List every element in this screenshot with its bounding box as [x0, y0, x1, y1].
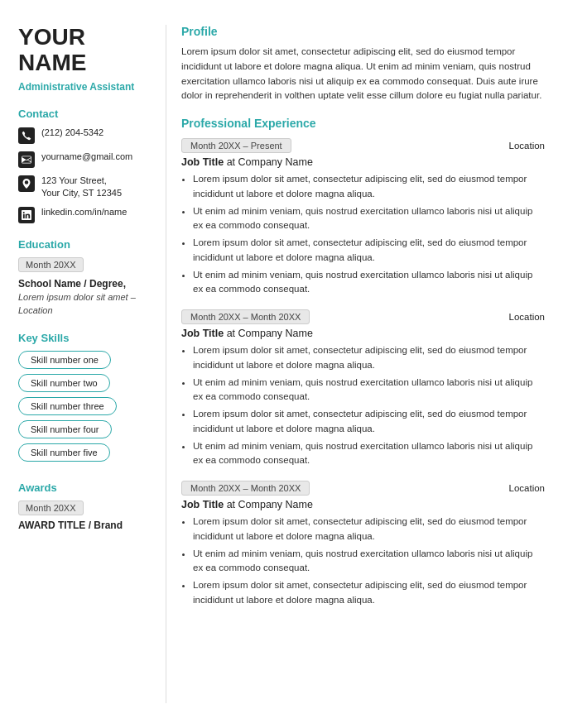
bullet: Ut enim ad minim veniam, quis nostrud ex…: [193, 376, 545, 405]
edu-date-badge: Month 20XX: [18, 257, 84, 272]
bullet: Lorem ipsum dolor sit amet, consectetur …: [193, 172, 545, 201]
exp-entry-3: Month 20XX – Month 20XX Location Job Tit…: [181, 481, 545, 607]
skill-4: Skill number four: [18, 420, 112, 438]
exp-date-row-2: Month 20XX – Month 20XX Location: [181, 309, 545, 324]
resume-page: YOUR NAME Administrative Assistant Conta…: [0, 0, 563, 728]
bullet: Lorem ipsum dolor sit amet, consectetur …: [193, 407, 545, 436]
bullet: Lorem ipsum dolor sit amet, consectetur …: [193, 578, 545, 607]
exp-date-1: Month 20XX – Present: [181, 138, 291, 153]
exp-date-3: Month 20XX – Month 20XX: [181, 481, 310, 496]
bullet: Ut enim ad minim veniam, quis nostrud ex…: [193, 204, 545, 233]
exp-entry-1: Month 20XX – Present Location Job Title …: [181, 138, 545, 296]
awards-heading: Awards: [18, 481, 151, 494]
profile-text: Lorem ipsum dolor sit amet, consectetur …: [181, 45, 545, 103]
address-text: 123 Your Street, Your City, ST 12345: [41, 175, 122, 200]
contact-heading: Contact: [18, 108, 151, 120]
award-date-badge: Month 20XX: [18, 500, 84, 515]
profile-heading: Profile: [181, 25, 545, 38]
exp-job-title-2: Job Title at Company Name: [181, 328, 545, 339]
exp-job-title-1: Job Title at Company Name: [181, 156, 545, 168]
skill-5: Skill number five: [18, 443, 110, 462]
job-title: Administrative Assistant: [18, 81, 151, 93]
bullet: Ut enim ad minim veniam, quis nostrud ex…: [193, 439, 545, 468]
bullet: Ut enim ad minim veniam, quis nostrud ex…: [193, 547, 545, 576]
first-name: YOUR: [18, 25, 151, 50]
email-icon: [18, 151, 35, 168]
bullet: Ut enim ad minim veniam, quis nostrud ex…: [193, 268, 545, 297]
contact-address: 123 Your Street, Your City, ST 12345: [18, 175, 151, 200]
skill-2: Skill number two: [18, 374, 110, 392]
phone-text: (212) 204-5342: [41, 127, 103, 139]
exp-bullets-3: Lorem ipsum dolor sit amet, consectetur …: [181, 515, 545, 607]
contact-phone: (212) 204-5342: [18, 127, 151, 144]
edu-detail: Lorem ipsum dolor sit amet – Location: [18, 291, 151, 317]
email-text: yourname@gmail.com: [41, 151, 132, 163]
linkedin-text: linkedin.com/in/name: [41, 206, 127, 218]
phone-icon: [18, 127, 35, 144]
exp-job-title-3: Job Title at Company Name: [181, 499, 545, 510]
bullet: Lorem ipsum dolor sit amet, consectetur …: [193, 343, 545, 372]
skill-3: Skill number three: [18, 397, 117, 415]
award-title: AWARD TITLE / Brand: [18, 520, 151, 531]
location-icon: [18, 175, 35, 192]
exp-date-2: Month 20XX – Month 20XX: [181, 309, 310, 324]
exp-date-row-3: Month 20XX – Month 20XX Location: [181, 481, 545, 496]
education-heading: Education: [18, 238, 151, 251]
skills-list: Skill number one Skill number two Skill …: [18, 351, 151, 467]
exp-bullets-2: Lorem ipsum dolor sit amet, consectetur …: [181, 343, 545, 467]
exp-date-row-1: Month 20XX – Present Location: [181, 138, 545, 153]
contact-email: yourname@gmail.com: [18, 151, 151, 168]
bullet: Lorem ipsum dolor sit amet, consectetur …: [193, 515, 545, 544]
exp-entry-2: Month 20XX – Month 20XX Location Job Tit…: [181, 309, 545, 467]
experience-heading: Professional Experience: [181, 117, 545, 130]
bullet: Lorem ipsum dolor sit amet, consectetur …: [193, 236, 545, 265]
edu-school: School Name / Degree,: [18, 277, 151, 291]
exp-location-1: Location: [509, 141, 545, 151]
linkedin-icon: [18, 207, 35, 223]
skill-1: Skill number one: [18, 351, 111, 369]
name-block: YOUR NAME: [18, 25, 151, 76]
exp-location-3: Location: [509, 483, 545, 493]
left-column: YOUR NAME Administrative Assistant Conta…: [0, 25, 166, 703]
exp-location-2: Location: [509, 312, 545, 322]
skills-heading: Key Skills: [18, 332, 151, 344]
right-column: Profile Lorem ipsum dolor sit amet, cons…: [166, 25, 563, 703]
exp-bullets-1: Lorem ipsum dolor sit amet, consectetur …: [181, 172, 545, 296]
last-name: NAME: [18, 50, 151, 76]
contact-linkedin: linkedin.com/in/name: [18, 206, 151, 223]
